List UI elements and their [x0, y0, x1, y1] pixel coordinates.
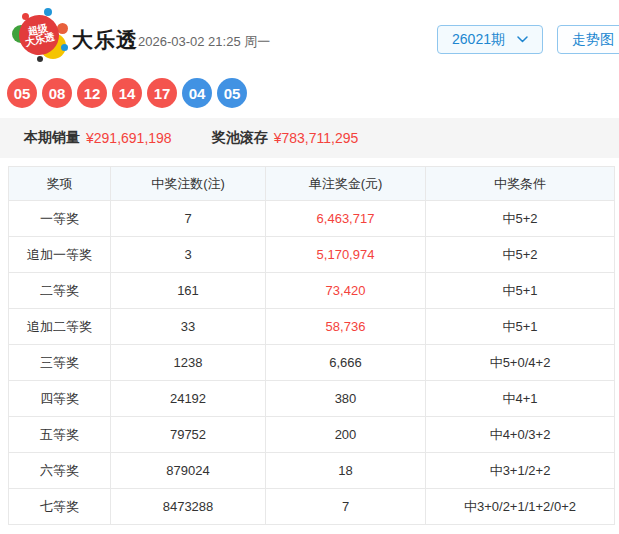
- prize-amount-cell: 200: [266, 417, 426, 453]
- sales-value: ¥291,691,198: [86, 130, 172, 146]
- prize-name-cell: 追加一等奖: [9, 237, 111, 273]
- lottery-results-page: 超级 大乐透 大乐透 2026-03-02 21:25 周一 26021期 走势…: [0, 0, 619, 534]
- lottery-ball-back: 04: [182, 78, 212, 108]
- win-condition-cell: 中4+1: [426, 381, 615, 417]
- logo-dot-black-icon: [37, 56, 43, 62]
- prize-name-cell: 一等奖: [9, 201, 111, 237]
- prize-amount-cell: 7: [266, 489, 426, 525]
- win-count-cell: 24192: [111, 381, 266, 417]
- prize-name-cell: 六等奖: [9, 453, 111, 489]
- win-condition-cell: 中5+0/4+2: [426, 345, 615, 381]
- prize-amount-cell: 58,736: [266, 309, 426, 345]
- prize-name-cell: 五等奖: [9, 417, 111, 453]
- table-row: 五等奖79752200中4+0/3+2: [9, 417, 615, 453]
- prize-name-cell: 二等奖: [9, 273, 111, 309]
- prize-table: 奖项中奖注数(注)单注奖金(元)中奖条件 一等奖76,463,717中5+2追加…: [8, 166, 615, 525]
- logo-dot-blue2-icon: [61, 44, 68, 51]
- win-condition-cell: 中5+1: [426, 273, 615, 309]
- prize-amount-cell: 6,666: [266, 345, 426, 381]
- table-row: 一等奖76,463,717中5+2: [9, 201, 615, 237]
- prize-amount-cell: 6,463,717: [266, 201, 426, 237]
- column-header: 中奖注数(注): [111, 167, 266, 201]
- prize-amount-cell: 380: [266, 381, 426, 417]
- win-condition-cell: 中3+1/2+2: [426, 453, 615, 489]
- prize-name-cell: 四等奖: [9, 381, 111, 417]
- lottery-ball-front: 12: [77, 78, 107, 108]
- lottery-ball-front: 05: [7, 78, 37, 108]
- issue-dropdown[interactable]: 26021期: [437, 25, 543, 54]
- table-row: 七等奖84732887中3+0/2+1/1+2/0+2: [9, 489, 615, 525]
- table-row: 四等奖24192380中4+1: [9, 381, 615, 417]
- win-condition-cell: 中4+0/3+2: [426, 417, 615, 453]
- prize-name-cell: 七等奖: [9, 489, 111, 525]
- trend-chart-button[interactable]: 走势图: [557, 25, 619, 54]
- win-condition-cell: 中5+2: [426, 201, 615, 237]
- lottery-ball-front: 08: [42, 78, 72, 108]
- lottery-ball-back: 05: [217, 78, 247, 108]
- sales-label: 本期销量: [24, 129, 80, 147]
- prize-amount-cell: 73,420: [266, 273, 426, 309]
- issue-dropdown-value: 26021期: [452, 31, 505, 49]
- prize-table-header: 奖项中奖注数(注)单注奖金(元)中奖条件: [9, 167, 615, 201]
- table-row: 三等奖12386,666中5+0/4+2: [9, 345, 615, 381]
- chevron-down-icon: [517, 36, 528, 43]
- table-row: 二等奖16173,420中5+1: [9, 273, 615, 309]
- super-lotto-logo: 超级 大乐透: [12, 8, 68, 64]
- prize-name-cell: 三等奖: [9, 345, 111, 381]
- drawn-numbers: 05081214170405: [7, 78, 252, 108]
- table-row: 追加一等奖35,170,974中5+2: [9, 237, 615, 273]
- lottery-ball-front: 17: [147, 78, 177, 108]
- table-row: 追加二等奖3358,736中5+1: [9, 309, 615, 345]
- prize-amount-cell: 18: [266, 453, 426, 489]
- column-header: 中奖条件: [426, 167, 615, 201]
- prize-amount-cell: 5,170,974: [266, 237, 426, 273]
- win-count-cell: 33: [111, 309, 266, 345]
- pool-value: ¥783,711,295: [274, 130, 359, 146]
- win-condition-cell: 中3+0/2+1/1+2/0+2: [426, 489, 615, 525]
- win-count-cell: 161: [111, 273, 266, 309]
- prize-name-cell: 追加二等奖: [9, 309, 111, 345]
- table-row: 六等奖87902418中3+1/2+2: [9, 453, 615, 489]
- win-count-cell: 1238: [111, 345, 266, 381]
- lottery-ball-front: 14: [112, 78, 142, 108]
- win-condition-cell: 中5+1: [426, 309, 615, 345]
- win-count-cell: 8473288: [111, 489, 266, 525]
- sales-info-bar: 本期销量 ¥291,691,198 奖池滚存 ¥783,711,295: [0, 118, 619, 158]
- win-count-cell: 79752: [111, 417, 266, 453]
- win-count-cell: 7: [111, 201, 266, 237]
- win-count-cell: 879024: [111, 453, 266, 489]
- table-header-row: 奖项中奖注数(注)单注奖金(元)中奖条件: [9, 167, 615, 201]
- win-count-cell: 3: [111, 237, 266, 273]
- win-condition-cell: 中5+2: [426, 237, 615, 273]
- draw-datetime: 2026-03-02 21:25 周一: [138, 33, 270, 51]
- pool-label: 奖池滚存: [212, 129, 268, 147]
- prize-table-body: 一等奖76,463,717中5+2追加一等奖35,170,974中5+2二等奖1…: [9, 201, 615, 525]
- column-header: 单注奖金(元): [266, 167, 426, 201]
- column-header: 奖项: [9, 167, 111, 201]
- page-title: 大乐透: [72, 26, 138, 54]
